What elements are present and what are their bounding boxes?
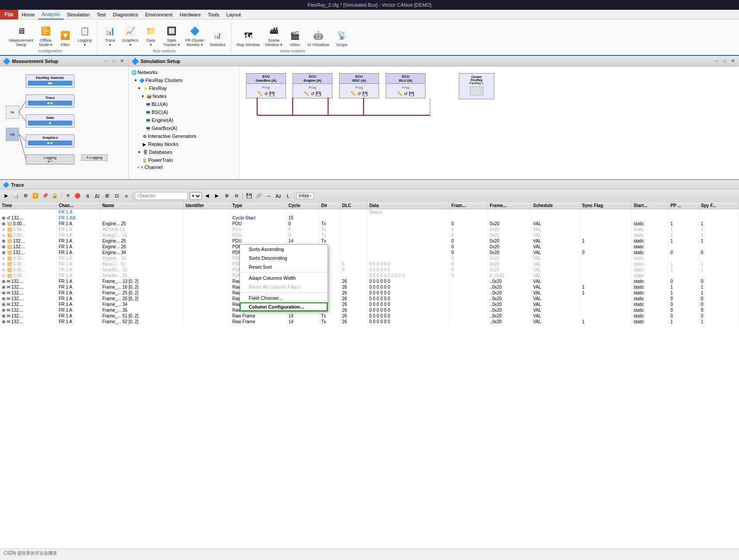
col-id[interactable]: Identifier xyxy=(184,202,231,209)
sim-setup-minimize[interactable]: ─ xyxy=(713,58,720,65)
meas-setup-close[interactable]: ✕ xyxy=(118,58,125,65)
trace-expand-btn[interactable]: ⊡ xyxy=(112,192,121,200)
table-row[interactable]: ⊕ ✉ 132....FR 1 AFrame_... 16 [0, 2]Raw … xyxy=(0,284,739,290)
table-row[interactable]: ⊕ ✉ 132....FR 1 AFrame_... 35Raw Frame15… xyxy=(0,307,739,313)
tree-networks[interactable]: 🌐 Networks xyxy=(129,68,239,76)
test-menu[interactable]: Test xyxy=(93,10,109,20)
tree-databases[interactable]: ▼ 🗄 Databases xyxy=(129,148,239,156)
trace-start-btn[interactable]: ▶ xyxy=(2,192,11,200)
video-btn[interactable]: 🎬 Video xyxy=(286,27,304,48)
ctx-adapt-columns[interactable]: Adapt Columns Width xyxy=(240,274,328,282)
sim-setup-maximize[interactable]: □ xyxy=(721,58,728,65)
data-btn[interactable]: 📁 Data▾ xyxy=(142,23,160,48)
table-row[interactable]: ⊕ 💥 0.00...FR 1 ABackLi... 51PDU0Tx80 0 … xyxy=(0,261,739,267)
state-tracker-btn[interactable]: 🔲 StateTracker ▾ xyxy=(161,23,182,48)
tree-channel[interactable]: + ✕ Channel xyxy=(129,164,239,170)
col-fram1[interactable]: Fram... xyxy=(450,202,488,209)
table-row[interactable]: ⊕ 💥 0.00...FR 1 AEngine... 25PDU0Tx00x20… xyxy=(0,221,739,227)
trace-chart-btn[interactable]: 📊 xyxy=(12,192,20,200)
col-fram2[interactable]: Frame... xyxy=(488,202,531,209)
ctx-sorts-descending[interactable]: Sorts Descending xyxy=(240,254,328,262)
trace-delta-btn[interactable]: Δt xyxy=(93,192,102,200)
trace-dash-btn[interactable]: ─ xyxy=(264,192,273,200)
table-row[interactable]: ⊕ ↺ 132....FR 1 ABCycle Start15 xyxy=(0,215,739,221)
scope-btn[interactable]: 📡 Scope xyxy=(333,27,351,48)
home-menu[interactable]: Home xyxy=(18,10,38,20)
table-row[interactable]: ⊕ ✉ 132....FR 1 AFrame_... 25 [0, 2]Raw … xyxy=(0,290,739,296)
meas-setup-minimize[interactable]: ─ xyxy=(102,58,109,65)
tree-flexray-clusters[interactable]: ▼ 🔷 FlexRay Clusters xyxy=(129,76,239,84)
diagnostics-menu[interactable]: Diagnostics xyxy=(109,10,142,20)
table-row[interactable]: ⊕ 💥 0.00...FR 1 AGearBo... 52PDU0Tx80 0 … xyxy=(0,267,739,273)
trace-save-btn[interactable]: 💾 xyxy=(245,192,254,200)
table-row[interactable]: ⊕ ✉ 132....FR 1 AFrame_... 52 [0, 2]Raw … xyxy=(0,319,739,325)
ctx-column-config[interactable]: Column Configuration... xyxy=(240,302,328,311)
ctx-field-chooser[interactable]: Field Chooser... xyxy=(240,294,328,302)
col-schedule[interactable]: Schedule xyxy=(531,202,580,209)
trace-close-btn[interactable]: ✕ xyxy=(63,192,72,200)
graphics-btn[interactable]: 📈 Graphics▾ xyxy=(121,23,140,48)
table-row[interactable]: ⊕ 💥 132....FR 1 AEngine... 26PDU0Tx00x20… xyxy=(0,244,739,250)
trace-next-btn[interactable]: ▶ xyxy=(212,192,221,200)
meas-setup-maximize[interactable]: □ xyxy=(110,58,117,65)
analysis-menu[interactable]: Analysis xyxy=(38,10,63,20)
environment-menu[interactable]: Environment xyxy=(141,10,176,20)
table-row[interactable]: ⊕ ✉ 132....FR 1 AFrame_... 26 [0, 2]Raw … xyxy=(0,296,739,302)
measurement-setup-btn[interactable]: 🖥 MeasurementSetup xyxy=(7,23,35,48)
sim-setup-close[interactable]: ✕ xyxy=(729,58,736,65)
trace-prev-btn[interactable]: ◀ xyxy=(203,192,211,200)
ctx-reset-sort[interactable]: Reset Sort xyxy=(240,262,328,271)
tools-menu[interactable]: Tools xyxy=(204,10,223,20)
table-row[interactable]: ⊕ 💥 0.00...FR 1 ABrakeC... 16PDU0Tx00x20… xyxy=(0,232,739,238)
map-window-btn[interactable]: 🗺 Map Window xyxy=(235,27,262,48)
tree-bsc[interactable]: 💻 BSC(A) xyxy=(129,108,239,116)
table-row[interactable]: ⊕ 💥 0.00...FR 1 AGearBo... 35PDU0Tx0 0 0… xyxy=(0,273,739,278)
search-dropdown[interactable]: ▾ xyxy=(190,192,202,200)
col-cycle[interactable]: Cycle xyxy=(286,202,319,209)
trace-az-btn[interactable]: Az xyxy=(274,192,283,200)
trace-more2-btn[interactable]: ⊖ xyxy=(232,192,241,200)
trace-lines-btn[interactable]: ≡ xyxy=(122,192,131,200)
tree-flexray[interactable]: ▼ ⚡ FlexRay xyxy=(129,84,239,92)
col-chan[interactable]: Chan... xyxy=(57,202,100,209)
trace-l-btn[interactable]: L xyxy=(284,192,293,200)
simulation-menu[interactable]: Simulation xyxy=(63,10,93,20)
initial-filter-dropdown[interactable]: Initial ▾ xyxy=(297,192,314,199)
table-row[interactable]: ⊕ 💥 0.00...FR 1 AEngine... 34PDU0Tx00x20… xyxy=(0,255,739,261)
trace-more1-btn[interactable]: ⊕ xyxy=(222,192,231,200)
tree-gearbox[interactable]: 💻 GearBox(A) xyxy=(129,124,239,132)
offline-mode-btn[interactable]: 📴 OfflineMode ▾ xyxy=(37,23,55,48)
table-row[interactable]: ⊕ ✉ 132....FR 1 AFrame_... 34Raw Frame15… xyxy=(0,302,739,307)
scene-window-btn[interactable]: 🏙 SceneWindow ▾ xyxy=(263,23,285,48)
trace-filter-btn[interactable]: 🔽 xyxy=(31,192,40,200)
col-start[interactable]: Start... xyxy=(632,202,669,209)
trace-grid-btn[interactable]: ⊞ xyxy=(102,192,111,200)
statistics-btn[interactable]: 📊 Statistics xyxy=(208,27,227,48)
file-menu[interactable]: File xyxy=(0,10,18,20)
table-row[interactable]: ⊕ 💥 0.00...FR 1 AABSInfo 13PDU0Tx00x20VA… xyxy=(0,227,739,232)
trace-pause-btn[interactable]: ⏸ xyxy=(83,192,92,200)
ctx-sorts-ascending[interactable]: Sorts Ascending xyxy=(240,245,328,254)
tree-replay[interactable]: ▶ Replay blocks xyxy=(129,140,239,148)
table-row[interactable]: ⊕ 💥 132....FR 1 AEngine... 34PDU15Tx00x2… xyxy=(0,250,739,255)
trace-btn[interactable]: 📊 Trace▾ xyxy=(101,23,119,48)
col-sync-flag[interactable]: Sync Flag xyxy=(580,202,632,209)
col-spy[interactable]: Spy F... xyxy=(699,202,739,209)
tree-blu[interactable]: 💻 BLU(A) xyxy=(129,100,239,108)
trace-config-btn[interactable]: ⚙ xyxy=(21,192,30,200)
col-name[interactable]: Name xyxy=(100,202,184,209)
trace-link-btn[interactable]: 🔗 xyxy=(254,192,263,200)
ai-visualizer-btn[interactable]: 🤖 AI Visualizer xyxy=(305,27,331,48)
trace-red-btn[interactable]: 🔴 xyxy=(73,192,82,200)
col-type[interactable]: Type xyxy=(231,202,287,209)
filter-btn[interactable]: 🔽 Filter xyxy=(56,27,74,48)
col-data[interactable]: Data xyxy=(367,202,449,209)
trace-search-input[interactable] xyxy=(135,192,188,200)
logging-btn[interactable]: 📋 Logging▾ xyxy=(76,23,94,48)
col-dlc[interactable]: DLC xyxy=(340,202,367,209)
table-row[interactable]: FR 1 AStatus xyxy=(0,209,739,215)
tree-interactive-gen[interactable]: ⚙ Interactive Generators xyxy=(129,132,239,140)
fr-cluster-btn[interactable]: 🔷 FR ClusterMonitor ▾ xyxy=(184,23,206,48)
hardware-menu[interactable]: Hardware xyxy=(176,10,204,20)
table-row[interactable]: ⊕ 💥 132....FR 1 AEngine... 25PDU14Tx00x2… xyxy=(0,238,739,244)
